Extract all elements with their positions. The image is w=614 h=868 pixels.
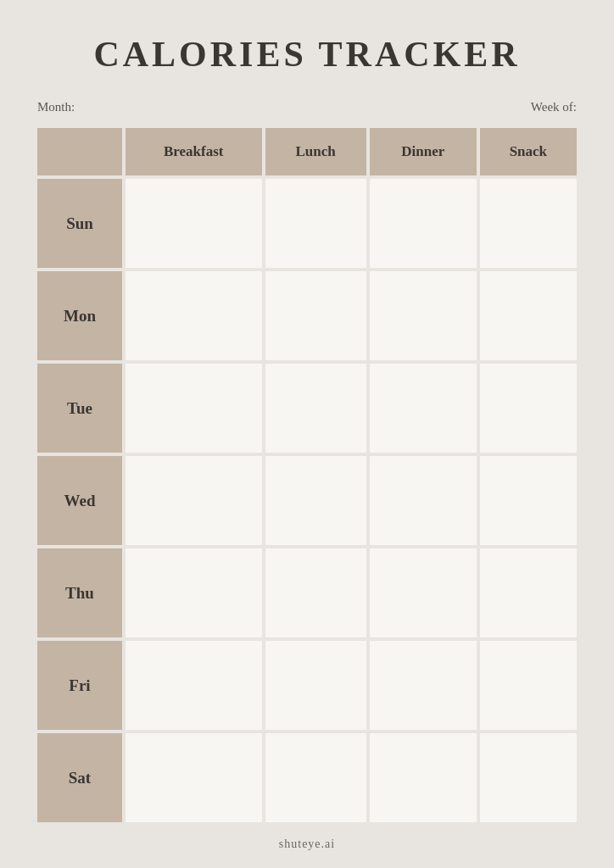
- mon-breakfast[interactable]: [126, 271, 262, 360]
- table-row: Sat: [37, 733, 577, 822]
- table-row: Mon: [37, 271, 577, 360]
- wed-dinner[interactable]: [370, 456, 477, 545]
- thu-lunch[interactable]: [265, 548, 366, 637]
- sat-snack[interactable]: [480, 733, 577, 822]
- tue-breakfast[interactable]: [126, 364, 262, 453]
- tue-dinner[interactable]: [370, 364, 477, 453]
- sun-lunch[interactable]: [265, 179, 366, 268]
- header-dinner: Dinner: [370, 128, 477, 175]
- wed-lunch[interactable]: [265, 456, 366, 545]
- wed-snack[interactable]: [480, 456, 577, 545]
- fri-lunch[interactable]: [265, 641, 366, 730]
- day-mon: Mon: [37, 271, 122, 360]
- sat-lunch[interactable]: [265, 733, 366, 822]
- mon-lunch[interactable]: [265, 271, 366, 360]
- sun-dinner[interactable]: [370, 179, 477, 268]
- header-day: [37, 128, 122, 175]
- day-sun: Sun: [37, 179, 122, 268]
- fri-breakfast[interactable]: [126, 641, 262, 730]
- day-fri: Fri: [37, 641, 122, 730]
- day-tue: Tue: [37, 364, 122, 453]
- table-row: Thu: [37, 548, 577, 637]
- table-header-row: Breakfast Lunch Dinner Snack: [37, 128, 577, 175]
- sun-snack[interactable]: [480, 179, 577, 268]
- mon-dinner[interactable]: [370, 271, 477, 360]
- day-sat: Sat: [37, 733, 122, 822]
- month-label: Month:: [37, 100, 75, 114]
- fri-dinner[interactable]: [370, 641, 477, 730]
- mon-snack[interactable]: [480, 271, 577, 360]
- table-row: Tue: [37, 364, 577, 453]
- calories-tracker-table: Breakfast Lunch Dinner Snack Sun Mon: [34, 125, 580, 826]
- thu-snack[interactable]: [480, 548, 577, 637]
- header-snack: Snack: [480, 128, 577, 175]
- week-label: Week of:: [531, 100, 577, 114]
- tue-lunch[interactable]: [265, 364, 366, 453]
- thu-breakfast[interactable]: [126, 548, 262, 637]
- footer-brand: shuteye.ai: [279, 837, 335, 851]
- thu-dinner[interactable]: [370, 548, 477, 637]
- sun-breakfast[interactable]: [126, 179, 262, 268]
- table-row: Wed: [37, 456, 577, 545]
- header-lunch: Lunch: [265, 128, 366, 175]
- page-container: CALORIES TRACKER Month: Week of: Breakfa…: [0, 0, 614, 868]
- table-row: Sun: [37, 179, 577, 268]
- sat-dinner[interactable]: [370, 733, 477, 822]
- tue-snack[interactable]: [480, 364, 577, 453]
- fri-snack[interactable]: [480, 641, 577, 730]
- sat-breakfast[interactable]: [126, 733, 262, 822]
- wed-breakfast[interactable]: [126, 456, 262, 545]
- day-wed: Wed: [37, 456, 122, 545]
- meta-row: Month: Week of:: [34, 100, 580, 114]
- page-title: CALORIES TRACKER: [93, 34, 520, 75]
- day-thu: Thu: [37, 548, 122, 637]
- header-breakfast: Breakfast: [126, 128, 262, 175]
- table-row: Fri: [37, 641, 577, 730]
